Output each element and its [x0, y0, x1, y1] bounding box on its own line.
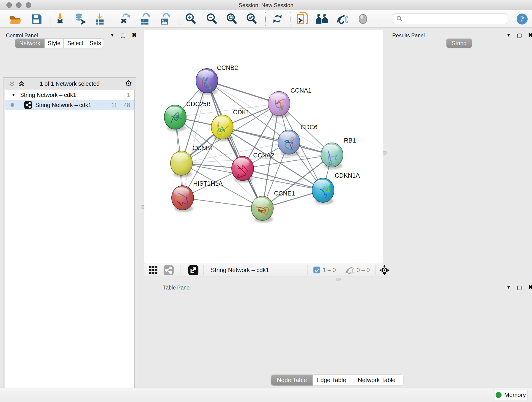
help-icon[interactable]: ?: [516, 13, 528, 25]
tab-sets[interactable]: Sets: [87, 38, 104, 48]
network-node-count: 11: [111, 102, 117, 108]
control-panel: Control Panel ▼ ▢ ✖ NetworkStyleSelectSe…: [0, 27, 142, 388]
hide-panel-eye-icon[interactable]: [336, 13, 348, 25]
edge-CCNB2-CCNA1[interactable]: [207, 81, 279, 104]
zoom-out-icon[interactable]: [206, 13, 218, 25]
control-panel-title: Control Panel: [6, 32, 38, 39]
bottom-splitter-handle[interactable]: [336, 278, 341, 281]
string-home-icon[interactable]: [315, 13, 329, 25]
export-table-icon[interactable]: [139, 13, 151, 25]
network-canvas[interactable]: CCNB2CCNA1CDC25BCDK1CDC6RB1CCNB1CCNA2CDK…: [144, 30, 383, 263]
right-splitter-handle[interactable]: [382, 151, 387, 154]
node-label-CCNA2: CCNA2: [253, 152, 274, 159]
network-collection-row[interactable]: ▼ String Network – cdk1 1: [5, 90, 134, 100]
refresh-icon[interactable]: [271, 13, 284, 25]
network-row[interactable]: String Network – cdk1 11 48: [5, 100, 134, 110]
control-panel-float-icon[interactable]: ▢: [120, 32, 126, 38]
import-table-icon[interactable]: [94, 13, 106, 25]
table-panel: Table Panel ▼ ▢ ✖ ⚙ f(x) shared namename…: [149, 282, 532, 388]
table-panel-close-icon[interactable]: ✖: [528, 284, 532, 291]
node-label-CDC6: CDC6: [301, 124, 317, 131]
edge-HIST1H1A-CCNE1[interactable]: [183, 198, 262, 208]
network-options-gear-icon[interactable]: ⚙: [125, 79, 132, 88]
results-panel: Results Panel ▼ ▢ ✖ String Expand All Co…: [387, 27, 532, 282]
node-CDC6[interactable]: CDC6: [278, 124, 317, 156]
network-type-icon: [24, 101, 32, 109]
collection-caret-icon[interactable]: ▼: [12, 93, 16, 97]
save-session-icon[interactable]: [31, 13, 42, 25]
memory-status-dot-icon: [496, 392, 501, 398]
memory-label: Memory: [504, 391, 526, 399]
node-CCNE1[interactable]: CCNE1: [251, 190, 295, 223]
edge-CCNA2-CDKN1A[interactable]: [243, 168, 323, 190]
zoom-selected-icon[interactable]: [246, 13, 258, 25]
node-label-RB1: RB1: [344, 137, 356, 144]
table-panel-float-icon[interactable]: ▢: [517, 284, 522, 291]
svg-text:?: ?: [520, 15, 524, 23]
network-label: String Network – cdk1: [35, 102, 91, 108]
node-label-CDC25B: CDC25B: [186, 101, 211, 108]
network-selected-status: 1 of 1 Network selected: [3, 80, 136, 87]
results-panel-title: Results Panel: [392, 32, 425, 39]
birdseye-grid-icon[interactable]: [149, 266, 158, 274]
export-network-icon[interactable]: [119, 13, 132, 25]
collection-label: String Network – cdk1: [20, 92, 76, 98]
selected-checkbox-icon[interactable]: [313, 267, 320, 274]
zoom-fit-icon[interactable]: [226, 13, 238, 25]
tab-node-table[interactable]: Node Table: [271, 375, 313, 386]
node-HIST1H1A[interactable]: HIST1H1A: [172, 180, 223, 212]
node-label-CDK1: CDK1: [233, 109, 249, 116]
tab-edge-table[interactable]: Edge Table: [313, 375, 350, 386]
import-database-icon[interactable]: [74, 13, 87, 25]
zoom-in-icon[interactable]: [185, 13, 197, 25]
network-share-icon[interactable]: [164, 265, 174, 275]
status-bar: Memory: [0, 388, 532, 402]
node-CCNB2[interactable]: CCNB2: [196, 64, 238, 95]
hidden-eye-icon[interactable]: [345, 266, 354, 274]
network-current-dot-icon: [11, 103, 14, 107]
node-label-CCNE1: CCNE1: [274, 190, 295, 197]
node-CCNB1[interactable]: CCNB1: [171, 145, 214, 177]
node-RB1[interactable]: RB1: [321, 137, 356, 169]
network-view-title: String Network – cdk1: [211, 267, 269, 274]
network-from-clipboard-icon[interactable]: [297, 13, 308, 25]
node-label-HIST1H1A: HIST1H1A: [193, 180, 223, 187]
network-list: ▼ String Network – cdk1 1 String Network…: [5, 89, 134, 402]
export-image-icon[interactable]: [158, 13, 171, 25]
import-network-icon[interactable]: [55, 13, 66, 25]
control-panel-tabs: NetworkStyleSelectSets: [15, 38, 104, 48]
app-window: Session: New Session: [0, 0, 532, 402]
control-panel-close-icon[interactable]: ✖: [132, 32, 137, 39]
control-panel-collapse-icon[interactable]: ▼: [110, 32, 114, 38]
results-panel-close-icon[interactable]: ✖: [528, 32, 532, 39]
node-CDKN1A[interactable]: CDKN1A: [312, 172, 360, 204]
edge-CCNB2-CCNE1[interactable]: [207, 81, 262, 208]
open-in-new-window-icon[interactable]: [188, 265, 198, 275]
selected-count: 1 – 0: [323, 267, 336, 274]
sphere-icon: [357, 13, 369, 25]
results-panel-float-icon[interactable]: ▢: [517, 32, 522, 38]
network-edge-count: 48: [124, 102, 130, 108]
node-label-CCNA1: CCNA1: [291, 87, 312, 94]
search-input[interactable]: [393, 13, 507, 24]
tab-network-table[interactable]: Network Table: [350, 375, 404, 386]
node-label-CCNB1: CCNB1: [192, 145, 214, 152]
main-toolbar: ?: [0, 10, 532, 27]
open-session-icon[interactable]: [9, 13, 22, 25]
window-title: Session: New Session: [0, 2, 532, 8]
results-panel-collapse-icon[interactable]: ▼: [506, 32, 511, 38]
tab-string[interactable]: String: [446, 38, 472, 48]
collection-count: 1: [127, 92, 130, 98]
tab-style[interactable]: Style: [44, 38, 64, 48]
hidden-count: 0 – 0: [356, 267, 370, 274]
memory-button[interactable]: Memory: [494, 390, 527, 400]
tab-select[interactable]: Select: [64, 38, 87, 48]
node-CCNA1[interactable]: CCNA1: [268, 87, 312, 118]
table-panel-title: Table Panel: [163, 285, 191, 291]
node-label-CDKN1A: CDKN1A: [335, 172, 360, 179]
table-panel-collapse-icon[interactable]: ▼: [506, 285, 511, 290]
tab-network[interactable]: Network: [15, 38, 44, 48]
network-view-toolbar: String Network – cdk1 1 – 0 0 – 0: [144, 263, 383, 276]
edge-CDK1-RB1[interactable]: [222, 127, 332, 155]
node-label-CCNB2: CCNB2: [217, 64, 238, 71]
